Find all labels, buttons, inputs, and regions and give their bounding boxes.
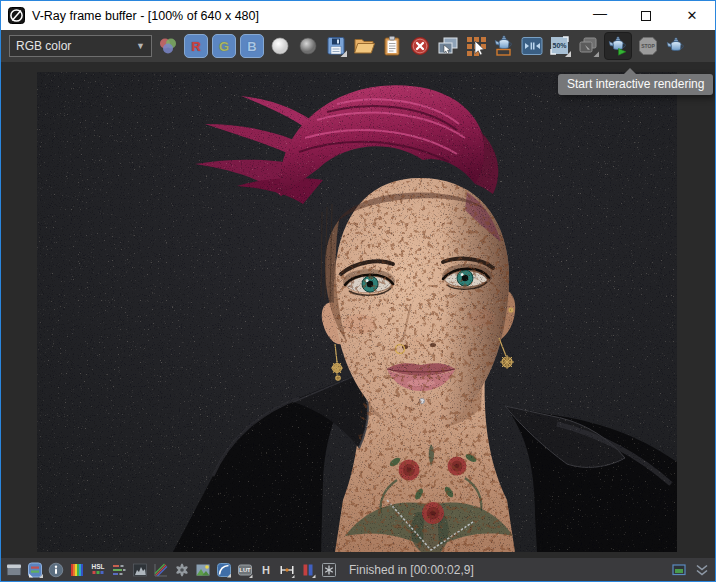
duplicate-monitor-icon (436, 34, 460, 58)
history-h-icon: H (257, 561, 275, 579)
maximize-button[interactable] (623, 1, 669, 30)
save-image-button[interactable] (324, 34, 348, 58)
stereo-button[interactable] (299, 561, 317, 579)
ocio-button[interactable] (320, 561, 338, 579)
color-corrections-button[interactable] (26, 561, 44, 579)
hsl-icon: HSL (89, 561, 107, 579)
color-gradient-icon (68, 561, 86, 579)
exposure-button[interactable] (173, 561, 191, 579)
show-corrections-control-button[interactable] (5, 561, 23, 579)
color-balance-button[interactable] (110, 561, 128, 579)
main-toolbar: RGB color ▼ R G B (1, 30, 715, 62)
red-channel-button[interactable]: R (184, 34, 208, 58)
corrections-window-icon (5, 561, 23, 579)
load-image-button[interactable] (352, 34, 376, 58)
start-interactive-rendering-button[interactable] (604, 32, 632, 60)
lut-label: LUT (239, 567, 251, 573)
rendered-image[interactable] (37, 72, 677, 552)
chevron-down-icon: ▼ (136, 41, 145, 51)
info-icon (47, 561, 65, 579)
vray-logo-icon (8, 7, 25, 24)
interactive-render-teapot-icon (606, 34, 630, 58)
srgb-button[interactable] (215, 561, 233, 579)
stereo-bars-icon (299, 561, 317, 579)
render-history-toggle-button[interactable]: H (257, 561, 275, 579)
force-color-clamping-button[interactable] (68, 561, 86, 579)
clear-image-button[interactable] (408, 34, 432, 58)
hsl-label: HSL (92, 563, 105, 570)
tooltip: Start interactive rendering (558, 74, 713, 95)
color-balance-icon (110, 561, 128, 579)
hsl-correction-button[interactable]: HSL (89, 561, 107, 579)
history-label: H (262, 564, 270, 576)
image-stack-icon (576, 34, 600, 58)
levels-histogram-icon (131, 561, 149, 579)
channel-dropdown-value: RGB color (16, 39, 136, 53)
compare-arrows-icon (520, 34, 544, 58)
frame-buffer-viewer (1, 62, 715, 558)
render-last-button[interactable] (664, 34, 688, 58)
lut-button[interactable]: LUT (236, 561, 254, 579)
region-render-teapot-icon (492, 34, 516, 58)
alpha-circle-icon (268, 34, 292, 58)
test-resolution-label: 50% (552, 42, 567, 49)
clipboard-icon (380, 34, 404, 58)
test-resolution-button[interactable]: 50% (548, 34, 572, 58)
render-status-text: Finished in [00:00:02,9] (349, 563, 474, 577)
green-channel-button[interactable]: G (212, 34, 236, 58)
track-mouse-icon (464, 34, 488, 58)
host-frame-buffer-mini-icon[interactable] (671, 562, 687, 578)
stop-rendering-button[interactable]: STOP (636, 34, 660, 58)
blue-channel-button[interactable]: B (240, 34, 264, 58)
icc-profile-button[interactable] (278, 561, 296, 579)
expand-chevron-down-icon[interactable] (695, 562, 709, 578)
test-resolution-50-icon: 50% (548, 34, 572, 58)
lut-icon: LUT (236, 561, 254, 579)
title-bar: V-Ray frame buffer - [100% of 640 x 480]… (1, 1, 715, 30)
minimize-button[interactable]: — (577, 1, 623, 30)
alpha-channel-button[interactable] (268, 34, 292, 58)
mono-circle-icon (296, 34, 320, 58)
monochromatic-button[interactable] (296, 34, 320, 58)
curves-icon (152, 561, 170, 579)
duplicate-to-host-frame-buffer-button[interactable] (436, 34, 460, 58)
curve-correction-button[interactable] (152, 561, 170, 579)
rgb-channels-button[interactable] (156, 34, 180, 58)
pixel-information-button[interactable] (47, 561, 65, 579)
white-balance-icon (194, 561, 212, 579)
red-x-icon (408, 34, 432, 58)
vray-frame-buffer-window: V-Ray frame buffer - [100% of 640 x 480]… (0, 0, 716, 582)
render-teapot-icon (664, 34, 688, 58)
compare-button[interactable] (520, 34, 544, 58)
exposure-wheel-icon (173, 561, 191, 579)
stop-sign-icon: STOP (636, 34, 660, 58)
window-title: V-Ray frame buffer - [100% of 640 x 480] (32, 9, 259, 23)
grain-light (37, 72, 677, 552)
ocio-asterisk-icon (320, 561, 338, 579)
srgb-curve-icon (215, 561, 233, 579)
color-corrections-icon (26, 561, 44, 579)
white-balance-button[interactable] (194, 561, 212, 579)
rgb-circles-icon (156, 34, 180, 58)
levels-button[interactable] (131, 561, 149, 579)
region-render-button[interactable] (492, 34, 516, 58)
render-history-button[interactable] (576, 34, 600, 58)
floppy-disk-icon (324, 34, 348, 58)
copy-to-clipboard-button[interactable] (380, 34, 404, 58)
channel-dropdown[interactable]: RGB color ▼ (9, 35, 152, 57)
track-mouse-while-rendering-button[interactable] (464, 34, 488, 58)
maximize-icon (641, 11, 651, 21)
icc-arrows-icon (278, 561, 296, 579)
status-bar: HSL (1, 558, 715, 581)
open-folder-icon (352, 34, 376, 58)
stop-label: STOP (641, 43, 655, 49)
close-button[interactable]: ✕ (669, 1, 715, 30)
